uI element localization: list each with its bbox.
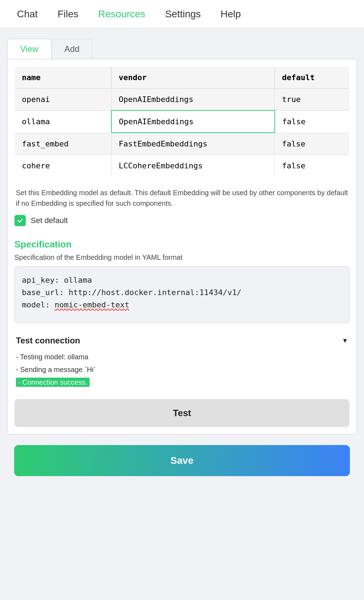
set-default-label: Set default (31, 216, 68, 225)
cell-name: fast_embed (15, 133, 111, 155)
yaml-editor[interactable]: api_key: ollama base_url: http://host.do… (14, 266, 350, 323)
cell-vendor: FastEmbedEmbeddings (111, 133, 275, 155)
test-connection-header: Test connection ▼ (14, 336, 350, 346)
col-name: name (15, 67, 111, 89)
save-button[interactable]: Save (14, 445, 350, 476)
test-log-line-1: - Testing model: ollama (16, 350, 348, 363)
set-default-checkbox[interactable] (14, 215, 26, 226)
cell-name: openai (15, 89, 111, 111)
specification-heading: Specification (14, 239, 350, 250)
table-row[interactable]: cohere LCCohereEmbeddings false (15, 155, 350, 177)
test-log-line-2: - Sending a message `Hi` (16, 363, 348, 376)
set-default-row: Set default (14, 215, 350, 226)
embeddings-table: name vendor default openai OpenAIEmbeddi… (14, 66, 350, 177)
cell-name: cohere (15, 155, 111, 177)
specification-desc: Specification of the Embedding model in … (14, 253, 350, 262)
cell-name: ollama (15, 110, 111, 133)
test-success-badge: - Connection success. (16, 378, 90, 387)
test-button[interactable]: Test (14, 399, 350, 427)
yaml-line-1: api_key: ollama (22, 274, 342, 286)
description-text: Set this Embedding model as default. Thi… (14, 187, 350, 209)
yaml-model-value: nomic-embed-text (55, 300, 129, 309)
nav-settings[interactable]: Settings (155, 0, 211, 28)
nav-chat[interactable]: Chat (7, 0, 48, 28)
cell-default: true (275, 89, 350, 111)
nav-files[interactable]: Files (48, 0, 88, 28)
table-row[interactable]: fast_embed FastEmbedEmbeddings false (15, 133, 350, 155)
cell-vendor: LCCohereEmbeddings (111, 155, 275, 177)
tab-view[interactable]: View (7, 39, 51, 59)
col-vendor: vendor (111, 67, 275, 89)
tab-add[interactable]: Add (51, 39, 93, 59)
col-default: default (275, 67, 350, 89)
cell-vendor: OpenAIEmbeddings (111, 89, 275, 111)
nav-resources[interactable]: Resources (88, 0, 155, 28)
tab-bar: View Add (7, 39, 357, 59)
cell-default: false (275, 155, 350, 177)
test-log: - Testing model: ollama - Sending a mess… (14, 350, 350, 389)
yaml-line-2: base_url: http://host.docker.internal:11… (22, 286, 342, 299)
test-connection-title: Test connection (16, 336, 80, 346)
top-nav: Chat Files Resources Settings Help (0, 0, 364, 28)
cell-vendor-highlighted: OpenAIEmbeddings (111, 110, 275, 133)
test-log-line-3: - Connection success. (16, 376, 348, 389)
main-content: View Add name vendor default openai Open… (0, 28, 364, 494)
cell-default: false (275, 133, 350, 155)
cell-default: false (275, 110, 350, 133)
chevron-down-icon[interactable]: ▼ (342, 337, 348, 344)
yaml-line-3: model: nomic-embed-text (22, 299, 342, 311)
main-card: name vendor default openai OpenAIEmbeddi… (7, 59, 357, 434)
nav-help[interactable]: Help (211, 0, 251, 28)
table-row[interactable]: openai OpenAIEmbeddings true (15, 89, 350, 111)
table-row[interactable]: ollama OpenAIEmbeddings false (15, 110, 350, 133)
